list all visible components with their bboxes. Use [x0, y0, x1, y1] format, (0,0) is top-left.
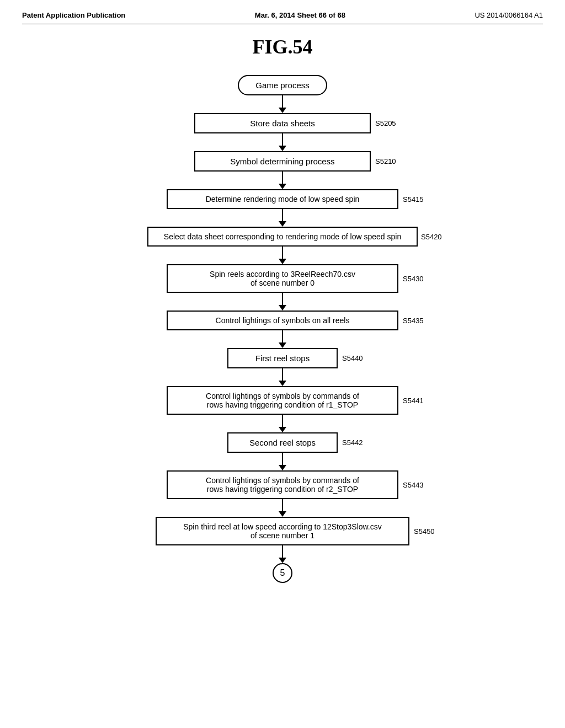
- arrow-4: [279, 209, 286, 227]
- node-first-reel-stops: First reel stops S5440: [227, 348, 338, 368]
- header-right: US 2014/0066164 A1: [475, 11, 543, 19]
- shape-determine-rendering: Determine rendering mode of low speed sp…: [167, 189, 398, 209]
- label-s5440: S5440: [342, 354, 363, 362]
- shape-spin-third-reel: Spin third reel at low speed according t…: [156, 517, 409, 545]
- node-game-process: Game process: [238, 75, 327, 95]
- page: Patent Application Publication Mar. 6, 2…: [0, 0, 565, 728]
- arrow-6: [279, 293, 286, 311]
- arrow-8: [279, 368, 286, 386]
- node-control-lightings-r1: Control lightings of symbols by commands…: [167, 386, 398, 415]
- node-second-reel-stops: Second reel stops S5442: [227, 432, 338, 453]
- label-s5450: S5450: [414, 527, 435, 536]
- label-s5210: S5210: [375, 157, 396, 165]
- label-s5435: S5435: [403, 317, 424, 325]
- arrow-3: [279, 172, 286, 189]
- label-s5443: S5443: [403, 481, 424, 489]
- node-spin-third-reel: Spin third reel at low speed according t…: [156, 517, 409, 545]
- label-s5420: S5420: [421, 233, 442, 241]
- page-header: Patent Application Publication Mar. 6, 2…: [22, 11, 543, 24]
- arrow-7: [279, 330, 286, 348]
- shape-first-reel-stops: First reel stops: [227, 348, 338, 368]
- shape-control-lightings-r2: Control lightings of symbols by commands…: [167, 470, 398, 499]
- arrow-1: [279, 95, 286, 113]
- shape-spin-reels: Spin reels according to 3ReelReech70.csv…: [167, 264, 398, 293]
- node-symbol-determining: Symbol determining process S5210: [194, 151, 371, 172]
- arrow-11: [279, 499, 286, 517]
- shape-symbol-determining: Symbol determining process: [194, 151, 371, 172]
- node-control-lightings-all: Control lightings of symbols on all reel…: [167, 311, 398, 330]
- shape-select-data-sheet: Select data sheet corresponding to rende…: [147, 227, 418, 247]
- figure-title: FIG.54: [22, 35, 543, 58]
- label-s5442: S5442: [342, 438, 363, 447]
- arrow-2: [279, 133, 286, 151]
- header-left: Patent Application Publication: [22, 11, 125, 19]
- node-select-data-sheet: Select data sheet corresponding to rende…: [147, 227, 418, 247]
- node-spin-reels: Spin reels according to 3ReelReech70.csv…: [167, 264, 398, 293]
- shape-game-process: Game process: [238, 75, 327, 95]
- arrow-5: [279, 247, 286, 264]
- shape-control-lightings-r1: Control lightings of symbols by commands…: [167, 386, 398, 415]
- shape-control-lightings-all: Control lightings of symbols on all reel…: [167, 311, 398, 330]
- label-s5415: S5415: [403, 195, 424, 204]
- label-s5441: S5441: [403, 397, 424, 405]
- node-store-data-sheets: Store data sheets S5205: [194, 113, 371, 133]
- flowchart: Game process Store data sheets S5205 Sym…: [22, 75, 543, 583]
- header-center: Mar. 6, 2014 Sheet 66 of 68: [255, 11, 345, 19]
- node-determine-rendering: Determine rendering mode of low speed sp…: [167, 189, 398, 209]
- label-s5430: S5430: [403, 275, 424, 283]
- shape-store-data-sheets: Store data sheets: [194, 113, 371, 133]
- arrow-12: [279, 545, 286, 563]
- label-s5205: S5205: [375, 119, 396, 127]
- shape-second-reel-stops: Second reel stops: [227, 432, 338, 453]
- shape-end-circle: 5: [273, 563, 292, 583]
- node-control-lightings-r2: Control lightings of symbols by commands…: [167, 470, 398, 499]
- node-end-circle: 5: [273, 563, 292, 583]
- arrow-10: [279, 453, 286, 470]
- arrow-9: [279, 415, 286, 432]
